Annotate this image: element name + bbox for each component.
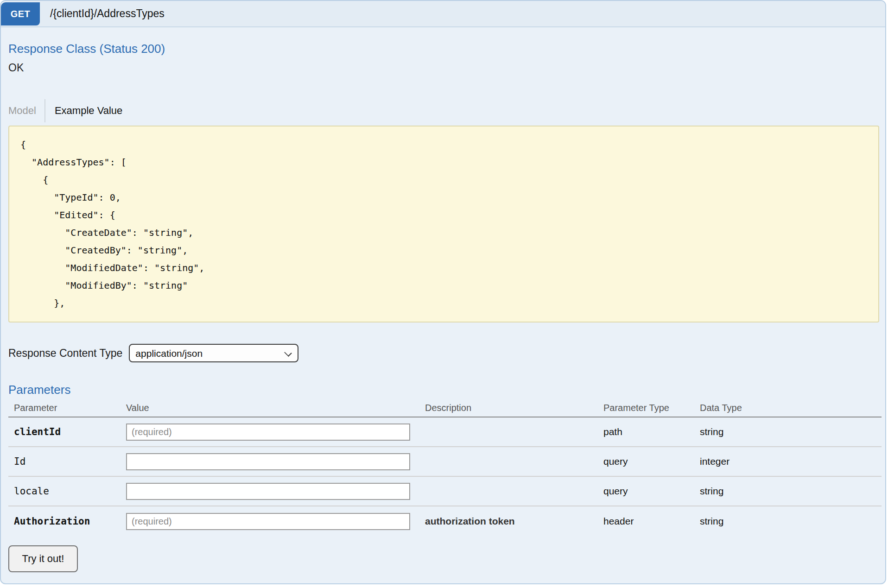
column-header-value: Value (121, 403, 419, 413)
param-description: authorization token (419, 516, 598, 527)
column-header-data-type: Data Type (694, 403, 882, 413)
column-header-description: Description (419, 403, 598, 413)
tab-example-value[interactable]: Example Value (45, 99, 122, 122)
param-type: query (598, 456, 694, 467)
parameters-heading: Parameters (8, 383, 878, 397)
Authorization-input[interactable] (126, 513, 410, 530)
table-row-Id: Id query integer (8, 447, 882, 477)
operation-panel: GET /{clientId}/AddressTypes Response Cl… (0, 0, 886, 584)
column-header-parameter: Parameter (8, 403, 121, 413)
param-data-type: integer (694, 456, 882, 467)
table-row-clientId: clientId path string (8, 417, 882, 447)
tab-model[interactable]: Model (8, 99, 44, 122)
response-content-type-select[interactable]: application/json (129, 344, 298, 362)
param-type: path (598, 426, 694, 437)
param-data-type: string (694, 486, 882, 497)
param-name: clientId (8, 426, 121, 437)
http-method-badge: GET (1, 2, 40, 25)
endpoint-path-link[interactable]: /{clientId}/AddressTypes (50, 7, 165, 20)
parameters-table-header: Parameter Value Description Parameter Ty… (8, 403, 882, 417)
table-row-Authorization: Authorization authorization token header… (8, 506, 882, 536)
try-it-out-button[interactable]: Try it out! (8, 545, 78, 572)
param-name: Authorization (8, 516, 121, 527)
locale-input[interactable] (126, 483, 410, 500)
response-content-type-label: Response Content Type (8, 347, 122, 360)
param-name: locale (8, 486, 121, 497)
param-data-type: string (694, 516, 882, 527)
param-name: Id (8, 456, 121, 467)
table-row-locale: locale query string (8, 477, 882, 506)
response-class-heading: Response Class (Status 200) (8, 42, 878, 56)
operation-content: Response Class (Status 200) OK Model Exa… (1, 42, 885, 582)
param-data-type: string (694, 426, 882, 437)
response-content-type-row: Response Content Type application/json (8, 344, 878, 362)
column-header-parameter-type: Parameter Type (598, 403, 694, 413)
response-example-code: { "AddressTypes": [ { "TypeId": 0, "Edit… (8, 126, 879, 322)
operation-heading[interactable]: GET /{clientId}/AddressTypes (1, 1, 885, 27)
response-tabs: Model Example Value (8, 99, 878, 122)
response-content-type-select-wrap: application/json (129, 344, 298, 362)
Id-input[interactable] (126, 453, 410, 470)
clientId-input[interactable] (126, 424, 410, 441)
response-status-text: OK (8, 62, 878, 74)
param-type: header (598, 516, 694, 527)
parameters-table: Parameter Value Description Parameter Ty… (8, 403, 882, 536)
param-type: query (598, 486, 694, 497)
